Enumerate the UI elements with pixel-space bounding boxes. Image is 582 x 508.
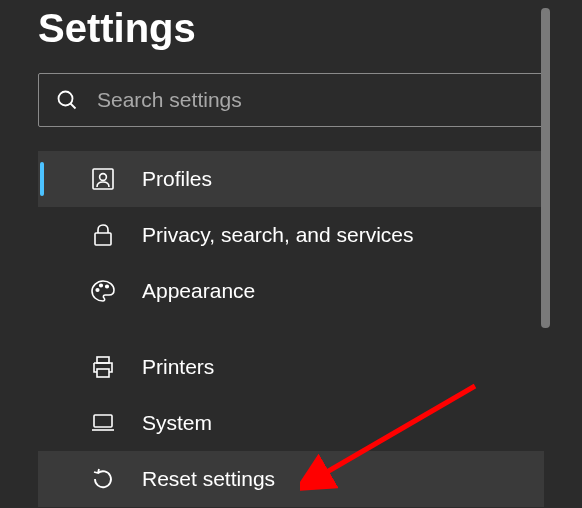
nav-label: Printers <box>142 355 214 379</box>
svg-rect-10 <box>94 415 112 427</box>
nav-item-printers[interactable]: Printers <box>38 339 544 395</box>
svg-point-7 <box>106 285 109 288</box>
nav-item-appearance[interactable]: Appearance <box>38 263 544 319</box>
nav-separator <box>38 319 544 339</box>
scrollbar-thumb[interactable] <box>541 8 550 328</box>
search-icon <box>55 88 79 112</box>
svg-rect-8 <box>97 357 109 363</box>
nav-label: Appearance <box>142 279 255 303</box>
svg-point-5 <box>96 289 99 292</box>
svg-point-6 <box>100 284 103 287</box>
svg-rect-4 <box>95 233 111 245</box>
laptop-icon <box>90 410 116 436</box>
nav-item-reset-settings[interactable]: Reset settings <box>38 451 544 507</box>
svg-rect-2 <box>93 169 113 189</box>
nav-item-profiles[interactable]: Profiles <box>38 151 544 207</box>
nav-label: Profiles <box>142 167 212 191</box>
lock-icon <box>90 222 116 248</box>
svg-line-1 <box>71 104 76 109</box>
search-input[interactable] <box>97 88 527 112</box>
nav-label: System <box>142 411 212 435</box>
profiles-icon <box>90 166 116 192</box>
printer-icon <box>90 354 116 380</box>
settings-nav: Profiles Privacy, search, and services <box>38 151 544 507</box>
reset-icon <box>90 466 116 492</box>
nav-item-privacy[interactable]: Privacy, search, and services <box>38 207 544 263</box>
page-title: Settings <box>38 0 544 73</box>
svg-rect-9 <box>97 369 109 377</box>
svg-point-3 <box>100 174 107 181</box>
nav-item-system[interactable]: System <box>38 395 544 451</box>
palette-icon <box>90 278 116 304</box>
svg-point-0 <box>59 92 73 106</box>
nav-label: Reset settings <box>142 467 275 491</box>
search-field[interactable] <box>38 73 544 127</box>
nav-label: Privacy, search, and services <box>142 223 414 247</box>
